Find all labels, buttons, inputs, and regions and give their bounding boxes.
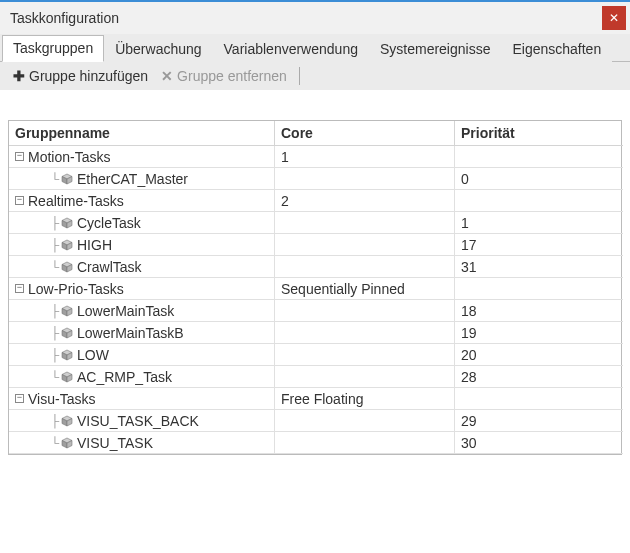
- task-priority: 20: [455, 344, 623, 366]
- tree-branch-icon: [29, 370, 59, 384]
- add-group-label: Gruppe hinzufügen: [29, 68, 148, 84]
- group-row[interactable]: Realtime-Tasks2: [9, 190, 621, 212]
- task-name: AC_RMP_Task: [77, 369, 172, 385]
- task-row[interactable]: HIGH17: [9, 234, 621, 256]
- tree-branch-icon: [29, 326, 59, 340]
- task-row[interactable]: LOW20: [9, 344, 621, 366]
- tab-bar: Taskgruppen Überwachung Variablenverwend…: [0, 34, 630, 62]
- plus-icon: ✚: [12, 68, 26, 84]
- window-title: Taskkonfiguration: [10, 10, 119, 26]
- task-icon: [61, 217, 73, 229]
- task-icon: [61, 349, 73, 361]
- task-core: [275, 300, 455, 322]
- task-core: [275, 168, 455, 190]
- task-row[interactable]: VISU_TASK_BACK29: [9, 410, 621, 432]
- remove-group-button[interactable]: ✕ Gruppe entfernen: [154, 66, 293, 86]
- expand-toggle[interactable]: [15, 196, 24, 205]
- remove-group-label: Gruppe entfernen: [177, 68, 287, 84]
- group-name: Motion-Tasks: [28, 149, 110, 165]
- group-priority: [455, 278, 623, 300]
- task-core: [275, 344, 455, 366]
- group-core: Free Floating: [275, 388, 455, 410]
- task-core: [275, 366, 455, 388]
- tree-branch-icon: [29, 216, 59, 230]
- task-priority: 30: [455, 432, 623, 454]
- task-icon: [61, 261, 73, 273]
- group-core: 2: [275, 190, 455, 212]
- task-core: [275, 432, 455, 454]
- task-core: [275, 234, 455, 256]
- tree-branch-icon: [29, 238, 59, 252]
- tab-eigenschaften[interactable]: Eigenschaften: [501, 36, 612, 62]
- header-prioritaet[interactable]: Priorität: [455, 121, 623, 146]
- group-row[interactable]: Low-Prio-TasksSequentially Pinned: [9, 278, 621, 300]
- remove-icon: ✕: [160, 68, 174, 84]
- tree-branch-icon: [29, 260, 59, 274]
- task-priority: 29: [455, 410, 623, 432]
- task-priority: 1: [455, 212, 623, 234]
- task-priority: 18: [455, 300, 623, 322]
- tab-ueberwachung[interactable]: Überwachung: [104, 36, 212, 62]
- task-name: CycleTask: [77, 215, 141, 231]
- task-name: CrawlTask: [77, 259, 142, 275]
- group-priority: [455, 146, 623, 168]
- task-row[interactable]: LowerMainTaskB19: [9, 322, 621, 344]
- task-priority: 28: [455, 366, 623, 388]
- task-icon: [61, 239, 73, 251]
- tree-branch-icon: [29, 414, 59, 428]
- task-icon: [61, 173, 73, 185]
- group-row[interactable]: Visu-TasksFree Floating: [9, 388, 621, 410]
- expand-toggle[interactable]: [15, 284, 24, 293]
- header-gruppenname[interactable]: Gruppenname: [9, 121, 275, 146]
- task-priority: 17: [455, 234, 623, 256]
- header-core[interactable]: Core: [275, 121, 455, 146]
- toolbar: ✚ Gruppe hinzufügen ✕ Gruppe entfernen: [0, 62, 630, 90]
- task-core: [275, 212, 455, 234]
- tab-taskgruppen[interactable]: Taskgruppen: [2, 35, 104, 62]
- task-row[interactable]: EtherCAT_Master0: [9, 168, 621, 190]
- task-icon: [61, 327, 73, 339]
- group-name: Visu-Tasks: [28, 391, 95, 407]
- task-icon: [61, 371, 73, 383]
- task-name: LowerMainTaskB: [77, 325, 184, 341]
- close-button[interactable]: ✕: [602, 6, 626, 30]
- group-priority: [455, 190, 623, 212]
- add-group-button[interactable]: ✚ Gruppe hinzufügen: [6, 66, 154, 86]
- task-row[interactable]: VISU_TASK30: [9, 432, 621, 454]
- group-core: Sequentially Pinned: [275, 278, 455, 300]
- task-priority: 0: [455, 168, 623, 190]
- tab-variablenverwendung[interactable]: Variablenverwendung: [213, 36, 369, 62]
- task-name: LOW: [77, 347, 109, 363]
- task-core: [275, 410, 455, 432]
- group-row[interactable]: Motion-Tasks1: [9, 146, 621, 168]
- task-tree-table: Gruppenname Core Priorität Motion-Tasks1…: [8, 120, 622, 455]
- titlebar: Taskkonfiguration ✕: [0, 2, 630, 34]
- tree-header: Gruppenname Core Priorität: [9, 121, 621, 146]
- group-priority: [455, 388, 623, 410]
- task-core: [275, 256, 455, 278]
- expand-toggle[interactable]: [15, 394, 24, 403]
- tree-branch-icon: [29, 172, 59, 186]
- group-name: Low-Prio-Tasks: [28, 281, 124, 297]
- task-row[interactable]: CrawlTask31: [9, 256, 621, 278]
- task-name: HIGH: [77, 237, 112, 253]
- tree-branch-icon: [29, 304, 59, 318]
- task-name: EtherCAT_Master: [77, 171, 188, 187]
- task-row[interactable]: CycleTask1: [9, 212, 621, 234]
- task-priority: 19: [455, 322, 623, 344]
- task-row[interactable]: AC_RMP_Task28: [9, 366, 621, 388]
- group-name: Realtime-Tasks: [28, 193, 124, 209]
- task-core: [275, 322, 455, 344]
- task-icon: [61, 415, 73, 427]
- toolbar-separator: [299, 67, 300, 85]
- task-row[interactable]: LowerMainTask18: [9, 300, 621, 322]
- tree-branch-icon: [29, 348, 59, 362]
- expand-toggle[interactable]: [15, 152, 24, 161]
- close-icon: ✕: [609, 11, 619, 25]
- task-name: VISU_TASK_BACK: [77, 413, 199, 429]
- tab-systemereignisse[interactable]: Systemereignisse: [369, 36, 502, 62]
- task-icon: [61, 305, 73, 317]
- tree-branch-icon: [29, 436, 59, 450]
- task-priority: 31: [455, 256, 623, 278]
- task-name: VISU_TASK: [77, 435, 153, 451]
